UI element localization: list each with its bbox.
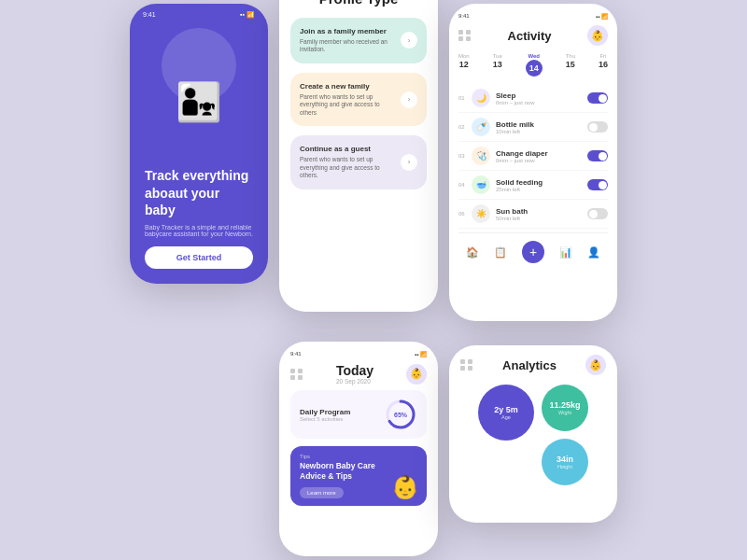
father-baby-figure: 👨‍👧 — [176, 80, 222, 124]
phone-today: 9:41 ▪▪ 📶 Today 20 Sep 2020 👶 Dail — [279, 342, 438, 556]
signal-icons-3: ▪▪ 📶 — [596, 13, 608, 20]
grid-icon-4 — [290, 369, 303, 380]
day-num-tue: 13 — [493, 60, 502, 69]
day-tue[interactable]: Tue 13 — [493, 53, 502, 77]
family-member-arrow[interactable]: › — [401, 32, 417, 49]
daily-program-title: Daily Program — [300, 408, 350, 416]
sunbath-toggle[interactable] — [587, 208, 608, 219]
stat-weight: 11.25kg Wight — [542, 385, 588, 431]
activity-title: Activity — [508, 29, 552, 43]
nav-add-button[interactable]: + — [522, 241, 544, 263]
progress-circle: 65% — [384, 398, 417, 431]
guest-arrow[interactable]: › — [401, 154, 417, 171]
grid-icon-3 — [458, 30, 472, 41]
day-label-fri: Fri — [599, 53, 606, 59]
guest-content: Continue as a guest Parent who wants to … — [300, 145, 395, 179]
family-member-desc: Family member who received an invitation… — [300, 38, 395, 54]
sunbath-info: Sun bath 50min left — [496, 207, 587, 221]
height-label: Height — [557, 464, 572, 469]
day-num-fri: 16 — [599, 60, 608, 69]
activity-sleep: 01 🌙 Sleep 0min – just now — [458, 84, 608, 113]
diaper-icon: 🩺 — [472, 147, 490, 165]
time-1: 9:41 — [143, 11, 156, 19]
new-family-content: Create a new family Parent who wants to … — [300, 82, 395, 117]
tips-baby-icon: 👶 — [391, 474, 419, 500]
feeding-toggle[interactable] — [587, 179, 608, 190]
profile-type-title: Profile Type — [290, 0, 427, 7]
day-num-thu: 15 — [566, 60, 575, 69]
phone-onboarding: 9:41 ▪▪ 📶 👨‍👧 Track everything aboaut yo… — [130, 4, 268, 284]
tips-card[interactable]: Tips Newborn Baby CareAdvice & Tips Lear… — [290, 446, 427, 506]
nav-profile-icon[interactable]: 👤 — [587, 246, 600, 259]
profile-card-family-member[interactable]: Join as a family member Family member wh… — [290, 18, 427, 63]
grid-icon-5 — [460, 359, 473, 371]
feeding-info: Solid feeding 25min left — [496, 178, 587, 192]
daily-program-card[interactable]: Daily Program Select 5 activities 65% — [290, 390, 427, 439]
stat-age: 2y 5m Age — [478, 385, 534, 441]
guest-heading: Continue as a guest — [300, 145, 395, 153]
age-label: Age — [501, 414, 511, 420]
new-family-heading: Create a new family — [300, 82, 395, 91]
nav-home-icon[interactable]: 🏠 — [466, 246, 479, 259]
family-member-heading: Join as a family member — [300, 27, 395, 35]
nav-chart-icon[interactable]: 📊 — [559, 246, 572, 259]
avatar-analytics: 👶 — [585, 355, 606, 375]
nav-calendar-icon[interactable]: 📋 — [494, 246, 507, 259]
bottom-nav: 🏠 📋 + 📊 👤 — [458, 232, 608, 271]
day-num-mon: 12 — [459, 60, 469, 69]
status-bar-4: 9:41 ▪▪ 📶 — [290, 351, 427, 357]
phone-analytics: Analytics 👶 2y 5m Age 11.25kg Wight 34in… — [449, 345, 617, 523]
sleep-toggle[interactable] — [587, 92, 608, 104]
day-thu[interactable]: Thu 15 — [566, 53, 575, 77]
analytics-stats: 2y 5m Age 11.25kg Wight 34in Height — [460, 385, 606, 485]
time-3: 9:41 — [458, 13, 470, 20]
time-4: 9:41 — [290, 351, 302, 357]
day-num-wed: 14 — [526, 60, 543, 77]
phone-activity: 9:41 ▪▪ 📶 Activity 👶 Mon 12 — [449, 4, 617, 321]
daily-program-info: Daily Program Select 5 activities — [300, 408, 350, 422]
tips-learn-more-button[interactable]: Learn more — [300, 487, 344, 498]
profile-card-guest[interactable]: Continue as a guest Parent who wants to … — [290, 135, 427, 189]
day-label-thu: Thu — [566, 53, 575, 59]
day-wed[interactable]: Wed 14 — [526, 53, 543, 77]
day-fri[interactable]: Fri 16 — [599, 53, 608, 77]
day-mon[interactable]: Mon 12 — [458, 53, 470, 77]
avatar-today: 👶 — [406, 364, 427, 385]
day-label-tue: Tue — [493, 53, 502, 59]
diaper-toggle[interactable] — [587, 150, 608, 161]
weight-value: 11.25kg — [549, 400, 580, 410]
bottle-info: Bottle milk 10min left — [496, 120, 587, 134]
profile-card-new-family[interactable]: Create a new family Parent who wants to … — [290, 73, 427, 126]
get-started-button[interactable]: Get Started — [145, 246, 253, 269]
analytics-title: Analytics — [502, 358, 557, 372]
activity-header: Activity 👶 — [458, 25, 608, 46]
activity-sunbath: 06 ☀️ Sun bath 50min left — [458, 200, 608, 229]
tips-label: Tips — [300, 454, 417, 459]
illustration: 👨‍👧 — [145, 19, 253, 167]
weight-label: Wight — [558, 410, 571, 415]
daily-program-subtitle: Select 5 activities — [300, 416, 350, 422]
activity-bottle: 02 🍼 Bottle milk 10min left — [458, 113, 608, 142]
height-value: 34in — [557, 455, 573, 464]
phone-profile-type: Profile Type Join as a family member Fam… — [279, 0, 438, 312]
activity-diaper: 03 🩺 Change diaper 0min – just now — [458, 142, 608, 171]
week-days: Mon 12 Tue 13 Wed 14 Thu 15 Fri 16 — [458, 53, 608, 77]
guest-desc: Parent who wants to set up everything an… — [300, 156, 395, 179]
new-family-arrow[interactable]: › — [401, 91, 417, 108]
activity-feeding: 04 🥣 Solid feeding 25min left — [458, 171, 608, 200]
sleep-icon: 🌙 — [472, 89, 490, 107]
stat-height: 34in Height — [542, 439, 588, 485]
onboarding-subtitle: Baby Tracker is a simple and reliable ba… — [145, 224, 253, 237]
diaper-info: Change diaper 0min – just now — [496, 149, 587, 163]
app-container: 9:41 ▪▪ 📶 👨‍👧 Track everything aboaut yo… — [115, 0, 632, 560]
progress-text: 65% — [394, 412, 407, 418]
bottle-toggle[interactable] — [587, 121, 608, 133]
status-bar-1: 9:41 ▪▪ 📶 — [130, 11, 268, 19]
family-member-content: Join as a family member Family member wh… — [300, 27, 395, 54]
signal-icons-1: ▪▪ 📶 — [240, 11, 255, 19]
analytics-header: Analytics 👶 — [460, 355, 606, 375]
avatar-activity: 👶 — [587, 25, 608, 46]
signal-icons-4: ▪▪ 📶 — [415, 351, 427, 357]
sleep-info: Sleep 0min – just now — [496, 91, 587, 105]
today-date: 20 Sep 2020 — [336, 378, 374, 385]
